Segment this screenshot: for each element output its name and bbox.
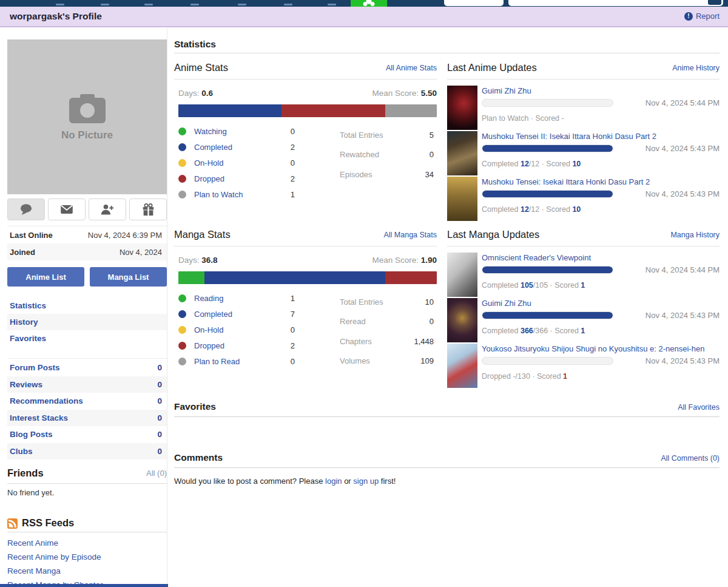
all-friends-link[interactable]: All (0): [146, 469, 167, 478]
bar-segment-dropped: [385, 271, 437, 284]
dropped-dot-icon: [178, 175, 186, 183]
anime-stats-panel: Anime Stats All Anime Stats Days: 0.6 Me…: [174, 58, 437, 202]
rss-link-recent-manga[interactable]: Recent Manga: [7, 564, 167, 578]
anime-list-button[interactable]: Anime List: [7, 267, 84, 287]
manga-legend: Reading1 Completed7 On-Hold0 Dropped2 Pl…: [178, 290, 295, 371]
sidebar-item-reviews[interactable]: Reviews 0: [7, 376, 167, 393]
onhold-link[interactable]: On-Hold: [194, 158, 280, 168]
comments-title: Comments: [174, 452, 223, 463]
mal-brand-icon[interactable]: [351, 0, 387, 7]
manga-list-button[interactable]: Manga List: [90, 267, 167, 287]
total-entries-value: 10: [425, 297, 434, 307]
progress-number: 366: [521, 327, 533, 335]
watching-count: 0: [280, 127, 295, 136]
manga-totals: Total Entries10 Reread0 Chapters1,448 Vo…: [340, 290, 437, 371]
sidebar-item-statistics[interactable]: Statistics: [7, 297, 167, 314]
anime-history-link[interactable]: Anime History: [672, 64, 720, 73]
report-link[interactable]: ! Report: [684, 12, 720, 21]
comment-button[interactable]: [7, 198, 45, 220]
watching-link[interactable]: Watching: [194, 127, 280, 136]
last-manga-updates-header: Last Manga Updates Manga History: [447, 225, 720, 246]
volumes-value: 109: [420, 356, 434, 365]
status-text: Completed: [482, 327, 521, 335]
dropped-link[interactable]: Dropped: [194, 341, 280, 350]
manga-legend-area: Reading1 Completed7 On-Hold0 Dropped2 Pl…: [178, 290, 437, 371]
sidebar-divider: [167, 28, 167, 587]
camera-icon: [68, 93, 107, 124]
rss-link-recent-anime[interactable]: Recent Anime: [7, 536, 167, 550]
sidebar-item-recommendations[interactable]: Recommendations 0: [7, 393, 167, 410]
anime-title-link[interactable]: Mushoku Tensei II: Isekai Ittara Honki D…: [482, 132, 656, 141]
anime-title-link[interactable]: Guimi Zhi Zhu: [482, 86, 531, 95]
completed-link[interactable]: Completed: [194, 143, 280, 152]
manga-cover-thumbnail[interactable]: [447, 298, 477, 342]
manga-history-link[interactable]: Manga History: [670, 231, 720, 240]
sidebar-item-clubs[interactable]: Clubs 0: [7, 443, 167, 460]
status-text: /366 · Scored: [533, 327, 581, 335]
gift-button[interactable]: [129, 198, 167, 220]
sidebar-item-history[interactable]: History: [7, 314, 167, 330]
plan-dot-icon: [178, 191, 186, 198]
anime-status-bar: [178, 104, 437, 117]
sidebar-item-forum-posts[interactable]: Forum Posts 0: [7, 359, 167, 376]
plan-to-watch-link[interactable]: Plan to Watch: [194, 190, 280, 199]
bottom-edge-strip: [0, 584, 168, 587]
anime-stats-body: Days: 0.6 Mean Score: 5.50 Watching0 Com…: [174, 89, 437, 202]
anime-title-link[interactable]: Mushoku Tensei: Isekai Ittara Honki Dasu…: [482, 177, 650, 186]
onhold-link[interactable]: On-Hold: [194, 325, 280, 334]
stat-label: Forum Posts: [10, 363, 60, 372]
stat-label: Blog Posts: [10, 430, 53, 439]
prompt-text: first!: [379, 477, 396, 486]
reading-link[interactable]: Reading: [194, 294, 280, 303]
status-text: /12 · Scored: [529, 205, 573, 214]
flower-icon: [362, 0, 376, 7]
anime-cover-thumbnail[interactable]: [447, 131, 477, 175]
sidebar-item-interest-stacks[interactable]: Interest Stacks 0: [7, 410, 167, 427]
search-input[interactable]: [508, 0, 723, 6]
sidebar-nav: Statistics History Favorites: [7, 297, 167, 347]
reread-value: 0: [430, 317, 434, 326]
last-manga-updates-panel: Last Manga Updates Manga History Omnisci…: [447, 225, 720, 389]
all-manga-stats-link[interactable]: All Manga Stats: [383, 231, 437, 240]
episodes-value: 34: [425, 170, 434, 179]
mean-score-value: 5.50: [421, 89, 437, 98]
nav-menu-hint: [284, 4, 292, 5]
bar-segment-dropped: [281, 104, 385, 117]
status-text: Completed: [482, 205, 521, 214]
anime-stats-header: Anime Stats All Anime Stats: [174, 58, 437, 80]
login-link[interactable]: login: [325, 477, 342, 486]
search-category-select[interactable]: [444, 0, 504, 6]
anime-cover-thumbnail[interactable]: [447, 86, 477, 130]
anime-cover-thumbnail[interactable]: [447, 177, 477, 221]
stat-count: 0: [157, 447, 162, 456]
nav-menu-hint: [190, 4, 199, 5]
add-friend-button[interactable]: [89, 198, 126, 220]
episodes-label: Episodes: [340, 170, 372, 179]
all-anime-stats-link[interactable]: All Anime Stats: [386, 64, 437, 73]
manga-cover-thumbnail[interactable]: [447, 253, 477, 297]
manga-title-link[interactable]: Omniscient Reader's Viewpoint: [482, 253, 591, 262]
completed-link[interactable]: Completed: [194, 310, 280, 319]
rss-link-recent-anime-episode[interactable]: Recent Anime by Episode: [7, 550, 167, 564]
plan-to-read-link[interactable]: Plan to Read: [194, 357, 280, 366]
all-comments-link[interactable]: All Comments (0): [661, 454, 720, 463]
sidebar: No Picture: [7, 39, 167, 194]
update-date: Nov 4, 2024 5:43 PM: [645, 144, 720, 153]
sidebar-item-favorites[interactable]: Favorites: [7, 330, 167, 347]
sidebar-item-blog-posts[interactable]: Blog Posts 0: [7, 426, 167, 443]
no-picture-label: No Picture: [61, 129, 113, 141]
signup-link[interactable]: sign up: [353, 477, 379, 486]
manga-cover-thumbnail[interactable]: [447, 344, 477, 388]
search-button[interactable]: [708, 0, 721, 5]
dropped-link[interactable]: Dropped: [194, 174, 280, 183]
message-button[interactable]: [48, 198, 86, 220]
manga-stats-panel: Manga Stats All Manga Stats Days: 36.8 M…: [174, 225, 437, 371]
all-favorites-link[interactable]: All Favorites: [678, 403, 720, 412]
nav-menu-hint: [56, 4, 64, 5]
completed-count: 2: [280, 143, 295, 152]
progress-bar: [482, 190, 613, 198]
manga-title-link[interactable]: Youkoso Jitsuryoku Shijou Shugi no Kyous…: [482, 344, 704, 353]
nav-menu-hint: [144, 4, 153, 5]
dropped-count: 2: [280, 341, 295, 350]
manga-title-link[interactable]: Guimi Zhi Zhu: [482, 299, 531, 308]
